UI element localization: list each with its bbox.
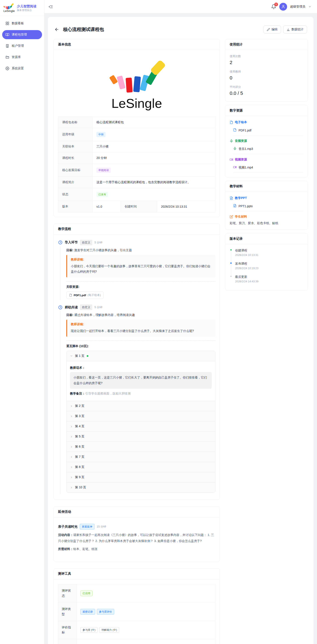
event-time: 2026/2/24 10:19:23 <box>235 267 258 270</box>
logo-wordmark: LeSingle <box>111 96 162 111</box>
edit-button[interactable]: 编辑 <box>263 26 281 33</box>
event-time: 2026/2/24 10:13:31 <box>235 254 258 256</box>
chevron-down-icon[interactable] <box>308 5 311 8</box>
video-camera-icon <box>233 166 237 170</box>
sidebar-item-resources[interactable]: 资源库 <box>2 52 42 62</box>
logo-bar <box>7 6 8 9</box>
page-row[interactable]: 第 8 页 <box>67 462 215 472</box>
table-row: 测评类型 观察记录参与度评价 <box>58 602 215 621</box>
timeline-item: 创建课程 2026/2/24 10:13:31 <box>230 248 303 262</box>
sidebar-item-dashboard[interactable]: 数据看板 <box>2 19 42 28</box>
notification-count-badge: 5 <box>274 2 278 6</box>
file-icon <box>69 294 72 297</box>
left-column: 基本信息 LeSingle 课程包名 <box>54 39 220 644</box>
table-row: 测评状态 已启用 <box>58 584 215 603</box>
file-ppt-icon <box>233 204 237 208</box>
table-row: 关联绘本 三只小猪 <box>58 141 215 152</box>
logo-arc <box>4 4 14 10</box>
event-title: 最后更新 <box>235 275 258 279</box>
resource-file[interactable]: 视频1.mp4 <box>233 164 303 173</box>
page-row[interactable]: 第 4 页 <box>67 421 215 431</box>
grade-badge: 中班 <box>96 132 106 137</box>
bar-chart-icon <box>287 28 290 31</box>
material-group-title: 学生材料 <box>235 215 247 219</box>
chevron-right-icon <box>70 486 73 489</box>
material-group-title: 教学PPT <box>235 196 247 200</box>
activity-type-badge: 家庭延伸 <box>80 524 95 530</box>
sidebar-menu: 数据看板 课程包管理 租户管理 资源库 系统设置 <box>0 16 44 78</box>
dashboard-grid-icon <box>6 22 9 25</box>
table-row: 状态 已发布 <box>58 188 215 201</box>
step-duration: 5 分钟 <box>95 305 103 309</box>
building-icon <box>6 44 9 48</box>
timeline-line <box>231 250 231 262</box>
arrow-left-icon <box>54 27 59 32</box>
sidebar-item-label: 租户管理 <box>12 44 24 48</box>
page-scripts-accordion: 第 1 页 教师话术： 小朋友们，看这一页，这是三只小猪，它们长大了，要离开妈妈… <box>66 351 215 493</box>
sidebar-item-tenants[interactable]: 租户管理 <box>2 41 42 50</box>
avatar[interactable] <box>279 3 287 10</box>
detail-panel: 核心流程测试课程包 编辑 数据统计 <box>48 17 313 644</box>
logo-bar <box>11 3 14 6</box>
assessment-tool-card: 测评工具 测评状态 已启用 测评类型 观察记录参与度评价 <box>54 568 220 644</box>
page-row[interactable]: 第 9 页 <box>67 472 215 482</box>
resource-group-title: 音频资源 <box>235 139 247 143</box>
teacher-script-box: 教师讲稿: 小朋友们，今天我们要听一个有趣的故事，故事里有三只可爱的小猪，它们要… <box>66 255 215 278</box>
topbar: 5 超级管理员 <box>45 0 317 14</box>
script-text: 现在让我们一起打开绘本，看看三只小猪分别盖了什么房子。大灰狼来了之后发生了什么呢… <box>71 328 212 334</box>
resource-chip[interactable]: PDF1.pdf (电子绘本) <box>66 292 104 299</box>
page-row-title: 第 7 页 <box>75 455 85 459</box>
page-row-expanded[interactable]: 第 1 页 <box>67 351 215 361</box>
teacher-script-box: 教师讲稿: 现在让我们一起打开绘本，看看三只小猪分别盖了什么房子。大灰狼来了之后… <box>66 320 215 337</box>
stat-item: 平均评分 0.0 / 5 <box>230 85 303 96</box>
page-row[interactable]: 第 10 页 <box>67 482 215 492</box>
status-dot <box>87 355 88 357</box>
sidebar-collapse-icon[interactable] <box>48 4 53 9</box>
digital-resources-card: 数字资源 电子绘本 PDF1.pdf <box>225 105 308 177</box>
page-row[interactable]: 第 5 页 <box>67 431 215 442</box>
logo-bar <box>109 75 118 85</box>
resource-file-name: PDF1.pdf <box>74 294 86 297</box>
chevron-right-icon <box>70 456 73 458</box>
right-column: 使用统计 使用次数 2 使用教师 0 <box>225 39 308 290</box>
timeline-item: 发布课程 2026/2/24 10:19:23 <box>230 262 303 275</box>
resource-group: 视频资源 视频1.mp4 <box>230 158 303 173</box>
data-stats-button[interactable]: 数据统计 <box>283 26 307 33</box>
table-row: 课程包名称 核心流程测试课程包 <box>58 117 215 128</box>
goal-badge: 早期阅读 <box>96 168 111 173</box>
resource-file[interactable]: PDF1.pdf <box>233 127 303 136</box>
clock-icon <box>58 240 63 245</box>
notification-bell-icon[interactable]: 5 <box>271 4 276 9</box>
page-row[interactable]: 第 3 页 <box>67 411 215 421</box>
page-row[interactable]: 第 6 页 <box>67 442 215 452</box>
document-icon <box>230 120 233 124</box>
extension-activity-card: 延伸活动 亲子共读时光 家庭延伸 15 分钟 活动内容：请家长和孩子一起再次阅读… <box>54 506 220 562</box>
basic-info-table: 课程包名称 核心流程测试课程包 适用年级 中班 关联绘本 <box>58 116 215 212</box>
page-row[interactable]: 第 7 页 <box>67 452 215 462</box>
main-area: 5 超级管理员 核心流程测试课程包 <box>45 0 317 644</box>
page-row[interactable]: 第 2 页 <box>67 401 215 411</box>
app-root: LeSingle 少儿智慧阅读 服务管理后台 数据看板 课程包管理 租户管理 <box>0 0 317 644</box>
script-label: 教师讲稿: <box>71 322 212 326</box>
metric-badge: 理解能力 (中) <box>99 627 119 633</box>
logo-bar <box>5 6 7 9</box>
timeline-item: 最后更新 2026/2/24 14:43:39 <box>230 275 303 284</box>
page-row-title: 第 6 页 <box>75 445 85 449</box>
logo-bar <box>117 76 126 90</box>
sidebar-item-course-packages[interactable]: 课程包管理 <box>2 30 42 39</box>
sidebar-item-label: 数据看板 <box>12 22 24 25</box>
talk-label: 教师话术： <box>70 366 212 370</box>
clock-icon <box>58 305 63 310</box>
material-file[interactable]: PPT1.pptx <box>233 203 303 211</box>
resource-file[interactable]: 音乐1.mp3 <box>233 146 303 154</box>
chevron-right-icon <box>70 476 73 479</box>
row-label: 适用年级 <box>58 128 93 141</box>
student-materials-text: 彩笔、剪刀、胶水、彩色卡纸、贴纸 <box>230 221 303 225</box>
app-subtitle: 服务管理后台 <box>17 9 36 12</box>
sidebar-item-settings[interactable]: 系统设置 <box>2 64 42 73</box>
page-row-title: 第 3 页 <box>75 414 85 418</box>
status-badge: 已发布 <box>96 192 108 197</box>
stat-value: 2 <box>230 60 303 66</box>
user-name[interactable]: 超级管理员 <box>290 5 305 9</box>
back-button[interactable] <box>54 27 59 32</box>
